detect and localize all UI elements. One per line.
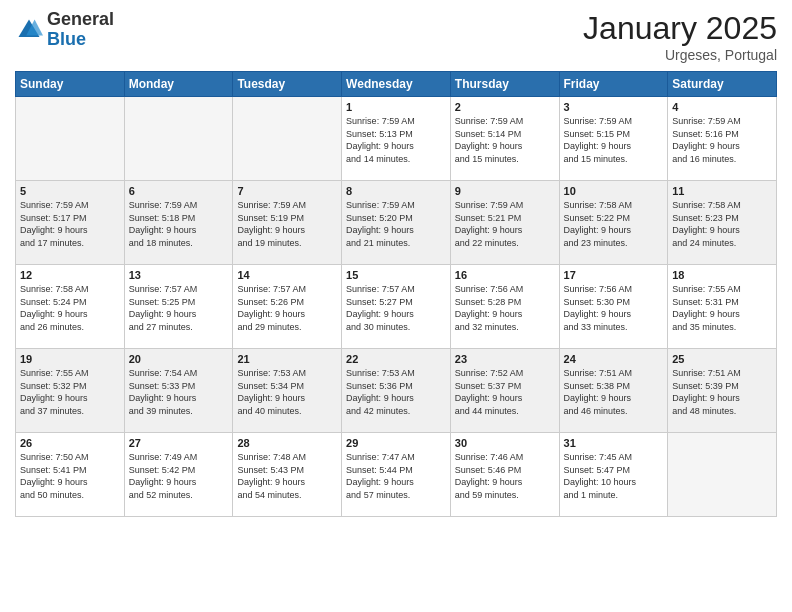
calendar-cell: 16Sunrise: 7:56 AM Sunset: 5:28 PM Dayli… (450, 265, 559, 349)
day-info: Sunrise: 7:59 AM Sunset: 5:18 PM Dayligh… (129, 199, 229, 249)
day-number: 17 (564, 269, 664, 281)
weekday-header-monday: Monday (124, 72, 233, 97)
day-number: 20 (129, 353, 229, 365)
calendar-cell: 26Sunrise: 7:50 AM Sunset: 5:41 PM Dayli… (16, 433, 125, 517)
day-number: 9 (455, 185, 555, 197)
calendar-cell: 8Sunrise: 7:59 AM Sunset: 5:20 PM Daylig… (342, 181, 451, 265)
day-number: 26 (20, 437, 120, 449)
weekday-header-friday: Friday (559, 72, 668, 97)
calendar-cell: 22Sunrise: 7:53 AM Sunset: 5:36 PM Dayli… (342, 349, 451, 433)
day-number: 3 (564, 101, 664, 113)
day-info: Sunrise: 7:59 AM Sunset: 5:17 PM Dayligh… (20, 199, 120, 249)
month-title: January 2025 (583, 10, 777, 47)
calendar-week-1: 1Sunrise: 7:59 AM Sunset: 5:13 PM Daylig… (16, 97, 777, 181)
calendar-cell (668, 433, 777, 517)
calendar-cell: 10Sunrise: 7:58 AM Sunset: 5:22 PM Dayli… (559, 181, 668, 265)
day-number: 19 (20, 353, 120, 365)
weekday-header-wednesday: Wednesday (342, 72, 451, 97)
day-info: Sunrise: 7:54 AM Sunset: 5:33 PM Dayligh… (129, 367, 229, 417)
day-info: Sunrise: 7:45 AM Sunset: 5:47 PM Dayligh… (564, 451, 664, 501)
calendar-cell: 5Sunrise: 7:59 AM Sunset: 5:17 PM Daylig… (16, 181, 125, 265)
page: General Blue January 2025 Urgeses, Portu… (0, 0, 792, 612)
calendar-cell: 13Sunrise: 7:57 AM Sunset: 5:25 PM Dayli… (124, 265, 233, 349)
day-info: Sunrise: 7:55 AM Sunset: 5:32 PM Dayligh… (20, 367, 120, 417)
day-number: 18 (672, 269, 772, 281)
day-number: 31 (564, 437, 664, 449)
calendar-week-4: 19Sunrise: 7:55 AM Sunset: 5:32 PM Dayli… (16, 349, 777, 433)
day-info: Sunrise: 7:57 AM Sunset: 5:25 PM Dayligh… (129, 283, 229, 333)
calendar-cell: 11Sunrise: 7:58 AM Sunset: 5:23 PM Dayli… (668, 181, 777, 265)
day-number: 30 (455, 437, 555, 449)
day-info: Sunrise: 7:59 AM Sunset: 5:21 PM Dayligh… (455, 199, 555, 249)
logo-icon (15, 16, 43, 44)
day-number: 5 (20, 185, 120, 197)
day-number: 10 (564, 185, 664, 197)
calendar-cell: 31Sunrise: 7:45 AM Sunset: 5:47 PM Dayli… (559, 433, 668, 517)
day-info: Sunrise: 7:46 AM Sunset: 5:46 PM Dayligh… (455, 451, 555, 501)
calendar-cell: 21Sunrise: 7:53 AM Sunset: 5:34 PM Dayli… (233, 349, 342, 433)
day-info: Sunrise: 7:56 AM Sunset: 5:28 PM Dayligh… (455, 283, 555, 333)
title-block: January 2025 Urgeses, Portugal (583, 10, 777, 63)
day-number: 29 (346, 437, 446, 449)
calendar-week-3: 12Sunrise: 7:58 AM Sunset: 5:24 PM Dayli… (16, 265, 777, 349)
calendar-cell: 19Sunrise: 7:55 AM Sunset: 5:32 PM Dayli… (16, 349, 125, 433)
day-info: Sunrise: 7:59 AM Sunset: 5:15 PM Dayligh… (564, 115, 664, 165)
calendar-cell: 15Sunrise: 7:57 AM Sunset: 5:27 PM Dayli… (342, 265, 451, 349)
day-info: Sunrise: 7:56 AM Sunset: 5:30 PM Dayligh… (564, 283, 664, 333)
location: Urgeses, Portugal (583, 47, 777, 63)
day-number: 15 (346, 269, 446, 281)
day-info: Sunrise: 7:57 AM Sunset: 5:27 PM Dayligh… (346, 283, 446, 333)
logo-text: General Blue (47, 10, 114, 50)
day-number: 6 (129, 185, 229, 197)
day-number: 4 (672, 101, 772, 113)
day-info: Sunrise: 7:51 AM Sunset: 5:38 PM Dayligh… (564, 367, 664, 417)
weekday-header-sunday: Sunday (16, 72, 125, 97)
day-info: Sunrise: 7:51 AM Sunset: 5:39 PM Dayligh… (672, 367, 772, 417)
day-info: Sunrise: 7:47 AM Sunset: 5:44 PM Dayligh… (346, 451, 446, 501)
day-info: Sunrise: 7:49 AM Sunset: 5:42 PM Dayligh… (129, 451, 229, 501)
day-number: 13 (129, 269, 229, 281)
calendar-cell: 18Sunrise: 7:55 AM Sunset: 5:31 PM Dayli… (668, 265, 777, 349)
day-number: 24 (564, 353, 664, 365)
day-info: Sunrise: 7:57 AM Sunset: 5:26 PM Dayligh… (237, 283, 337, 333)
day-number: 28 (237, 437, 337, 449)
day-number: 11 (672, 185, 772, 197)
calendar-cell: 1Sunrise: 7:59 AM Sunset: 5:13 PM Daylig… (342, 97, 451, 181)
day-number: 8 (346, 185, 446, 197)
day-info: Sunrise: 7:55 AM Sunset: 5:31 PM Dayligh… (672, 283, 772, 333)
calendar-cell: 30Sunrise: 7:46 AM Sunset: 5:46 PM Dayli… (450, 433, 559, 517)
calendar-cell: 24Sunrise: 7:51 AM Sunset: 5:38 PM Dayli… (559, 349, 668, 433)
day-number: 12 (20, 269, 120, 281)
day-info: Sunrise: 7:48 AM Sunset: 5:43 PM Dayligh… (237, 451, 337, 501)
day-number: 25 (672, 353, 772, 365)
day-info: Sunrise: 7:59 AM Sunset: 5:19 PM Dayligh… (237, 199, 337, 249)
day-info: Sunrise: 7:53 AM Sunset: 5:36 PM Dayligh… (346, 367, 446, 417)
day-number: 14 (237, 269, 337, 281)
day-info: Sunrise: 7:58 AM Sunset: 5:24 PM Dayligh… (20, 283, 120, 333)
calendar-cell: 4Sunrise: 7:59 AM Sunset: 5:16 PM Daylig… (668, 97, 777, 181)
day-number: 2 (455, 101, 555, 113)
day-info: Sunrise: 7:53 AM Sunset: 5:34 PM Dayligh… (237, 367, 337, 417)
day-number: 21 (237, 353, 337, 365)
day-info: Sunrise: 7:59 AM Sunset: 5:20 PM Dayligh… (346, 199, 446, 249)
calendar-cell: 20Sunrise: 7:54 AM Sunset: 5:33 PM Dayli… (124, 349, 233, 433)
day-number: 22 (346, 353, 446, 365)
calendar-cell (233, 97, 342, 181)
day-info: Sunrise: 7:52 AM Sunset: 5:37 PM Dayligh… (455, 367, 555, 417)
weekday-header-tuesday: Tuesday (233, 72, 342, 97)
calendar-cell: 28Sunrise: 7:48 AM Sunset: 5:43 PM Dayli… (233, 433, 342, 517)
day-number: 1 (346, 101, 446, 113)
day-number: 27 (129, 437, 229, 449)
calendar-cell (124, 97, 233, 181)
calendar-cell: 17Sunrise: 7:56 AM Sunset: 5:30 PM Dayli… (559, 265, 668, 349)
weekday-header-saturday: Saturday (668, 72, 777, 97)
calendar-cell: 6Sunrise: 7:59 AM Sunset: 5:18 PM Daylig… (124, 181, 233, 265)
calendar-cell: 7Sunrise: 7:59 AM Sunset: 5:19 PM Daylig… (233, 181, 342, 265)
logo-general: General (47, 10, 114, 30)
calendar-cell: 12Sunrise: 7:58 AM Sunset: 5:24 PM Dayli… (16, 265, 125, 349)
calendar-cell: 23Sunrise: 7:52 AM Sunset: 5:37 PM Dayli… (450, 349, 559, 433)
calendar-cell: 9Sunrise: 7:59 AM Sunset: 5:21 PM Daylig… (450, 181, 559, 265)
header: General Blue January 2025 Urgeses, Portu… (15, 10, 777, 63)
calendar-cell: 27Sunrise: 7:49 AM Sunset: 5:42 PM Dayli… (124, 433, 233, 517)
calendar-cell: 14Sunrise: 7:57 AM Sunset: 5:26 PM Dayli… (233, 265, 342, 349)
